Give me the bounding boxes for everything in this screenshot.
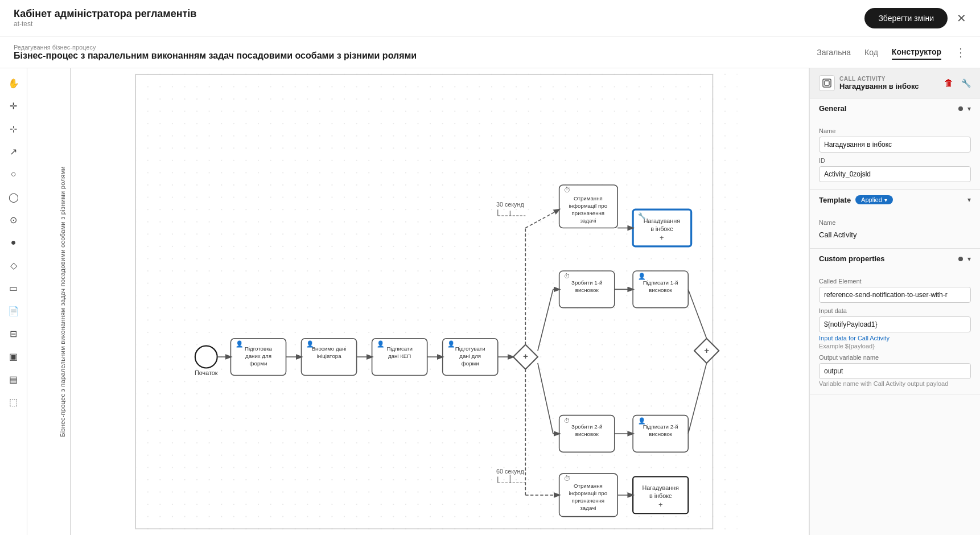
applied-badge-chevron: ▾ (884, 197, 887, 203)
more-menu-button[interactable]: ⋮ (955, 46, 966, 59)
breadcrumb: Редагування бізнес-процесу Бізнес-процес… (14, 44, 417, 61)
custom-section-content: Called Element Input data Input data for… (810, 269, 980, 394)
svg-text:+: + (658, 500, 663, 509)
template-section: Template Applied ▾ ▾ Name Call Activity (810, 190, 980, 249)
svg-text:👤: 👤 (236, 340, 244, 348)
bpmn-canvas[interactable]: Бізнес-процес з паралельним виконанням з… (27, 68, 809, 535)
pool-label-text: Бізнес-процес з паралельним виконанням з… (59, 166, 66, 437)
lasso-tool-button[interactable]: ✛ (3, 96, 24, 116)
svg-text:в інбокс: в інбокс (649, 492, 672, 499)
custom-section-dot (958, 257, 963, 261)
header-actions: Зберегти зміни ✕ (864, 8, 966, 28)
output-var-hint: Variable name with Call Activity output … (819, 380, 971, 387)
output-var-input[interactable] (819, 363, 971, 379)
custom-section-title: Custom properties (819, 254, 885, 263)
left-toolbar: ✋ ✛ ⊹ ↗ ○ ◯ ⊙ ● ◇ ▭ 📄 ⊟ ▣ ▤ ⬚ (0, 68, 27, 535)
panel-header-name: Нагадування в інбокс (839, 82, 940, 90)
delete-icon[interactable]: 🗑 (944, 78, 953, 88)
id-input[interactable] (819, 166, 971, 182)
connect-tool-button[interactable]: ↗ (3, 141, 24, 162)
nav-tabs: Загальна Код Конструктор ⋮ (817, 45, 966, 60)
name-field-label: Name (819, 127, 971, 134)
svg-text:Отримання: Отримання (574, 195, 603, 201)
svg-text:Отримання: Отримання (574, 483, 603, 489)
svg-text:👤: 👤 (447, 340, 455, 348)
id-field-label: ID (819, 157, 971, 164)
svg-rect-91 (823, 79, 831, 87)
rect-shape-button[interactable]: ▭ (3, 278, 24, 298)
page-toolbar: Редагування бізнес-процесу Бізнес-процес… (0, 36, 980, 68)
svg-point-3 (195, 346, 217, 368)
svg-text:👤: 👤 (306, 340, 314, 348)
svg-text:Підготувати: Підготувати (455, 345, 485, 352)
lane-button[interactable]: ▤ (3, 369, 24, 389)
template-section-content: Name Call Activity (810, 210, 980, 248)
svg-text:інформації про: інформації про (569, 203, 608, 209)
svg-text:+: + (523, 351, 528, 361)
diamond-shape-button[interactable]: ◇ (3, 255, 24, 275)
event-shape-button[interactable]: ● (3, 232, 24, 253)
oval-shape-button[interactable]: ⊙ (3, 209, 24, 230)
breadcrumb-label: Редагування бізнес-процесу (14, 44, 417, 51)
database-button[interactable]: ⊟ (3, 323, 24, 344)
input-data-input[interactable] (819, 316, 971, 332)
hand-tool-button[interactable]: ✋ (3, 73, 24, 93)
name-input[interactable] (819, 137, 971, 153)
tab-code[interactable]: Код (864, 46, 878, 59)
subprocess-button[interactable]: ▣ (3, 346, 24, 367)
global-connect-button[interactable]: ○ (3, 164, 24, 184)
svg-text:форми: форми (462, 360, 479, 367)
svg-text:⏱: ⏱ (564, 475, 571, 483)
app-header: Кабінет адміністратора регламентів at-te… (0, 0, 980, 36)
svg-text:Зробити 2-й: Зробити 2-й (571, 423, 602, 430)
general-section-content: Name ID (810, 118, 980, 189)
svg-text:призначення: призначення (572, 497, 604, 504)
data-object-button[interactable]: 📄 (3, 301, 24, 321)
svg-text:Вносимо дані: Вносимо дані (312, 345, 347, 352)
svg-rect-92 (825, 81, 829, 85)
selection-button[interactable]: ⬚ (3, 392, 24, 412)
applied-badge-label: Applied (861, 196, 882, 203)
main-content: ✋ ✛ ⊹ ↗ ○ ◯ ⊙ ● ◇ ▭ 📄 ⊟ ▣ ▤ ⬚ Бізнес-про… (0, 68, 980, 535)
wrench-icon[interactable]: 🔧 (961, 79, 971, 88)
svg-text:🔧: 🔧 (638, 212, 646, 220)
svg-text:призначення: призначення (572, 210, 604, 216)
svg-text:Нагадування: Нагадування (644, 217, 681, 224)
panel-header: CALL ACTIVITY Нагадування в інбокс 🗑 🔧 (810, 68, 980, 98)
svg-text:даних для: даних для (245, 353, 271, 359)
svg-text:форми: форми (250, 360, 267, 367)
general-section-header[interactable]: General ▾ (810, 98, 980, 118)
svg-text:задачі: задачі (580, 217, 596, 224)
tab-general[interactable]: Загальна (817, 46, 851, 59)
template-chevron-icon: ▾ (967, 196, 971, 204)
circle-shape-button[interactable]: ◯ (3, 187, 24, 207)
save-button[interactable]: Зберегти зміни (864, 8, 948, 28)
custom-properties-section: Custom properties ▾ Called Element Input… (810, 249, 980, 394)
applied-badge[interactable]: Applied ▾ (855, 195, 893, 204)
breadcrumb-title: Бізнес-процес з паралельним виконанням з… (14, 51, 417, 61)
general-section-dot (958, 106, 963, 111)
svg-text:Підписати: Підписати (386, 345, 412, 352)
bpmn-diagram: Початок Підготовка даних для форми 👤 Вно… (27, 68, 809, 535)
template-section-header[interactable]: Template Applied ▾ ▾ (810, 190, 980, 210)
space-tool-button[interactable]: ⊹ (3, 118, 24, 139)
template-name-value: Call Activity (819, 228, 971, 241)
svg-text:Зробити 1-й: Зробити 1-й (571, 279, 602, 286)
template-name-label: Name (819, 219, 971, 226)
svg-text:висновок: висновок (575, 431, 599, 437)
output-var-label: Output variable name (819, 354, 971, 361)
svg-text:30 секунд: 30 секунд (496, 201, 524, 208)
app-subtitle: at-test (14, 20, 196, 28)
svg-text:Нагадування: Нагадування (642, 484, 679, 491)
svg-text:⏱: ⏱ (564, 186, 571, 194)
custom-section-header[interactable]: Custom properties ▾ (810, 249, 980, 269)
input-data-hint: Input data for Call Activity (819, 335, 971, 341)
general-chevron-icon: ▾ (967, 105, 971, 113)
input-data-example: Example ${payload} (819, 343, 971, 349)
close-icon[interactable]: ✕ (957, 11, 966, 25)
svg-text:60 секунд: 60 секунд (496, 468, 524, 475)
called-element-input[interactable] (819, 287, 971, 303)
call-activity-icon (819, 75, 835, 91)
svg-text:висновок: висновок (649, 431, 673, 437)
tab-constructor[interactable]: Конструктор (892, 45, 941, 60)
